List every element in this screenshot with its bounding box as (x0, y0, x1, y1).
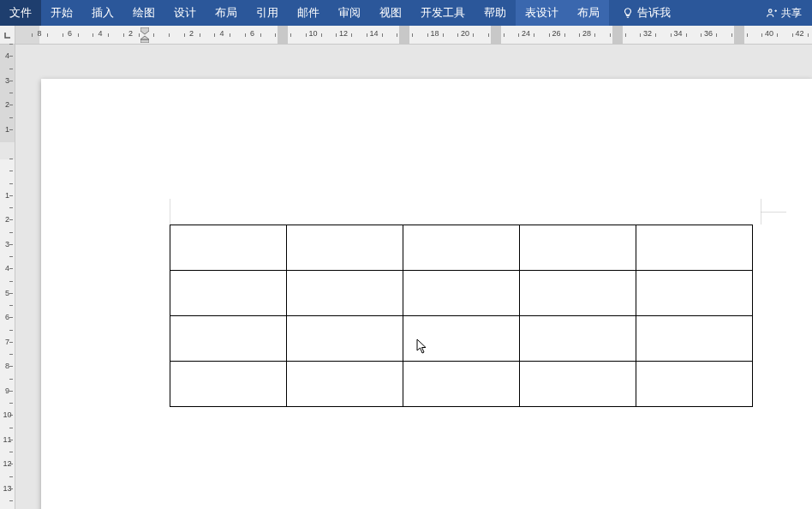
svg-marker-2 (140, 39, 149, 43)
table-cell[interactable] (287, 362, 403, 407)
tab-stop-icon (3, 31, 12, 39)
table-cell[interactable] (403, 362, 520, 407)
table-cell[interactable] (403, 316, 520, 362)
table-cell[interactable] (170, 225, 287, 271)
ruler-v-tick (0, 165, 15, 177)
table-row (170, 316, 753, 362)
tab-references[interactable]: 引用 (247, 0, 288, 26)
tab-tabledesign[interactable]: 表设计 (516, 0, 568, 26)
indent-marker[interactable] (140, 27, 149, 43)
table-cell[interactable] (636, 225, 753, 271)
svg-marker-3 (140, 36, 149, 39)
tab-view[interactable]: 视图 (370, 0, 411, 26)
ruler-v-tick: 5 (0, 287, 15, 299)
table-cell[interactable] (636, 271, 753, 316)
ruler-h-shade (491, 26, 501, 44)
table-cell[interactable] (403, 225, 520, 271)
svg-marker-1 (140, 27, 149, 34)
margin-guide-left (170, 199, 170, 225)
ruler-v-tick: 9 (0, 385, 15, 397)
table-row (170, 271, 753, 316)
tab-mailings[interactable]: 邮件 (288, 0, 329, 26)
ruler-h-ticks: 8642246810121416182022242628303234363840… (39, 26, 812, 44)
canvas-area[interactable] (15, 45, 812, 509)
ruler-v-tick: 1 (0, 123, 15, 135)
ruler-v-tick: 1 (0, 189, 15, 201)
share-button[interactable]: 共享 (755, 0, 812, 26)
ruler-v-tick: 11 (0, 434, 15, 446)
lightbulb-icon (622, 7, 634, 19)
ruler-origin[interactable] (0, 26, 15, 45)
indent-marker-icon (140, 27, 149, 43)
ruler-v-tick: 6 (0, 311, 15, 323)
share-label: 共享 (781, 6, 802, 21)
ruler-h-shade (278, 26, 288, 44)
ruler-margin-left (15, 26, 39, 44)
tab-review[interactable]: 审阅 (329, 0, 370, 26)
ruler-v-tick: 4 (0, 262, 15, 274)
ruler-h-shade (612, 26, 623, 44)
ruler-v-tick: 2 (0, 99, 15, 111)
tab-home[interactable]: 开始 (41, 0, 82, 26)
document-table[interactable] (170, 225, 753, 407)
ruler-v-tick: 10 (0, 409, 15, 421)
table-cell[interactable] (170, 271, 287, 316)
tab-developer[interactable]: 开发工具 (411, 0, 475, 26)
table-cell[interactable] (287, 316, 403, 362)
table-cell[interactable] (636, 362, 753, 407)
vertical-ruler[interactable]: 4321123456789101112131415 (0, 45, 15, 509)
ruler-h-shade (399, 26, 409, 44)
tab-draw[interactable]: 绘图 (123, 0, 164, 26)
table-cell[interactable] (520, 362, 636, 407)
ruler-v-tick: 13 (0, 482, 15, 494)
person-share-icon (766, 7, 778, 19)
tab-insert[interactable]: 插入 (82, 0, 123, 26)
table-cell[interactable] (170, 316, 287, 362)
tell-me[interactable]: 告诉我 (612, 0, 680, 26)
menubar-spacer (680, 0, 755, 26)
ruler-v-tick: 12 (0, 458, 15, 470)
tab-layout[interactable]: 布局 (206, 0, 247, 26)
ruler-v-tick: 8 (0, 360, 15, 372)
ruler-h-shade (734, 26, 744, 44)
ruler-v-tick: 3 (0, 75, 15, 87)
table-cell[interactable] (287, 225, 403, 271)
ribbon-menubar: 文件 开始 插入 绘图 设计 布局 引用 邮件 审阅 视图 开发工具 帮助 表设… (0, 0, 812, 26)
tab-help[interactable]: 帮助 (475, 0, 516, 26)
ruler-v-gap (0, 142, 15, 159)
table-row (170, 362, 753, 407)
ruler-v-tick: 3 (0, 238, 15, 250)
ruler-v-tick: 4 (0, 50, 15, 62)
document-page[interactable] (41, 79, 812, 509)
ruler-v-tick: 7 (0, 336, 15, 348)
svg-point-0 (769, 9, 773, 12)
table-row (170, 225, 753, 271)
table-cell[interactable] (403, 271, 520, 316)
table-cell[interactable] (520, 271, 636, 316)
tab-tablelayout[interactable]: 布局 (568, 0, 609, 26)
horizontal-ruler[interactable]: 8642246810121416182022242628303234363840… (15, 26, 812, 45)
table-cell[interactable] (287, 271, 403, 316)
table-cell[interactable] (636, 316, 753, 362)
workspace: 4321123456789101112131415 (0, 45, 812, 509)
margin-guide-top (761, 212, 786, 213)
table-cell[interactable] (520, 225, 636, 271)
tab-design[interactable]: 设计 (164, 0, 206, 26)
table-cell[interactable] (520, 316, 636, 362)
ruler-v-tick: 2 (0, 213, 15, 225)
tab-file[interactable]: 文件 (0, 0, 41, 26)
table-cell[interactable] (170, 362, 287, 407)
tell-me-label: 告诉我 (637, 5, 671, 21)
